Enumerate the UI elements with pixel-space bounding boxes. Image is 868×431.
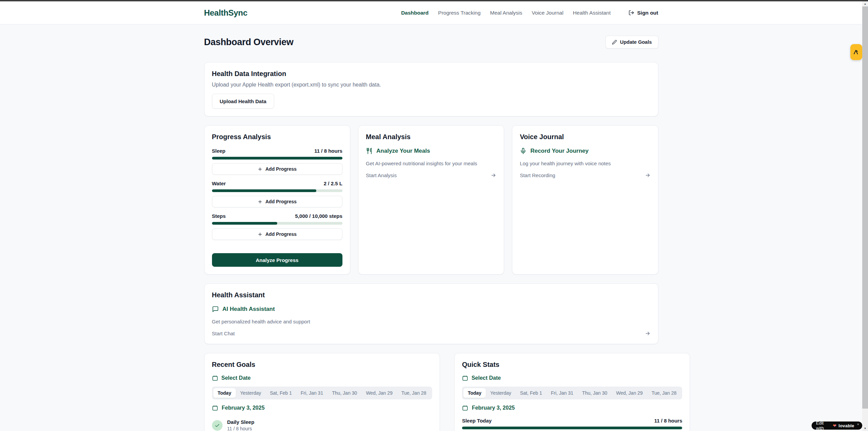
tab-sat-feb-1[interactable]: Sat, Feb 1 bbox=[516, 388, 547, 398]
sleep-today-value: 11 / 8 hours bbox=[654, 418, 683, 424]
tab-fri-jan-31[interactable]: Fri, Jan 31 bbox=[546, 388, 578, 398]
metric-water: Water 2 / 2.5 L Add Progress bbox=[212, 181, 342, 207]
ai-health-assistant-link[interactable]: AI Health Assistant bbox=[212, 306, 651, 313]
tab-tue-jan-28[interactable]: Tue, Jan 28 bbox=[397, 388, 430, 398]
start-analysis-action[interactable]: Start Analysis bbox=[366, 172, 496, 178]
main-content: Dashboard Overview Update Goals Health D… bbox=[204, 24, 658, 431]
goal-value: 11 / 8 hours bbox=[227, 426, 254, 431]
metric-sleep-today: Sleep Today 11 / 8 hours Add Progress bbox=[462, 418, 682, 431]
water-progress-bar bbox=[212, 189, 342, 192]
brand-logo[interactable]: HealthSync bbox=[204, 8, 248, 18]
nav-health-assistant[interactable]: Health Assistant bbox=[573, 10, 610, 16]
tab-thu-jan-30[interactable]: Thu, Jan 30 bbox=[578, 388, 612, 398]
integration-title: Health Data Integration bbox=[212, 70, 651, 78]
metric-sleep-label: Sleep bbox=[212, 148, 226, 154]
progress-analysis-card: Progress Analysis Sleep 11 / 8 hours Add… bbox=[204, 125, 350, 275]
metric-sleep: Sleep 11 / 8 hours Add Progress bbox=[212, 148, 342, 175]
tab-fri-jan-31[interactable]: Fri, Jan 31 bbox=[296, 388, 327, 398]
meal-description: Get AI-powered nutritional insights for … bbox=[366, 161, 496, 166]
nav-progress-tracking[interactable]: Progress Tracking bbox=[438, 10, 481, 16]
badge-close-icon[interactable]: × bbox=[857, 422, 859, 426]
nav-meal-analysis[interactable]: Meal Analysis bbox=[490, 10, 522, 16]
metric-steps-label: Steps bbox=[212, 213, 226, 219]
quick-stats-card: Quick Stats Select Date Today Yesterday … bbox=[454, 353, 690, 431]
integration-description: Upload your Apple Health export (export.… bbox=[212, 82, 651, 88]
plus-icon bbox=[258, 232, 263, 237]
edit-with-lovable-badge[interactable]: Edit with ❤ lovable × bbox=[812, 421, 862, 430]
record-your-journey-link[interactable]: Record Your Journey bbox=[520, 148, 650, 154]
progress-title: Progress Analysis bbox=[212, 133, 342, 141]
calendar-icon bbox=[462, 405, 468, 411]
sign-out-button[interactable]: Sign out bbox=[628, 10, 658, 16]
selected-date[interactable]: February 3, 2025 bbox=[212, 405, 432, 411]
update-goals-label: Update Goals bbox=[620, 39, 652, 45]
calendar-icon bbox=[212, 405, 218, 411]
assistant-description: Get personalized health advice and suppo… bbox=[212, 319, 651, 324]
arrow-right-icon bbox=[645, 331, 651, 336]
steps-progress-bar bbox=[212, 222, 342, 225]
metric-water-label: Water bbox=[212, 181, 226, 186]
health-assistant-card: Health Assistant AI Health Assistant Get… bbox=[204, 283, 658, 344]
nav-dashboard[interactable]: Dashboard bbox=[401, 10, 429, 16]
metric-sleep-value: 11 / 8 hours bbox=[314, 148, 342, 154]
analyze-progress-button[interactable]: Analyze Progress bbox=[212, 253, 342, 267]
nav-voice-journal[interactable]: Voice Journal bbox=[532, 10, 563, 16]
assistant-title: Health Assistant bbox=[212, 291, 651, 299]
calendar-icon bbox=[462, 375, 468, 381]
scrollbar-thumb[interactable] bbox=[862, 6, 868, 409]
tab-yesterday[interactable]: Yesterday bbox=[236, 388, 266, 398]
heart-icon: ❤ bbox=[833, 423, 836, 428]
tab-sat-feb-1[interactable]: Sat, Feb 1 bbox=[265, 388, 296, 398]
quick-stats-title: Quick Stats bbox=[462, 361, 682, 369]
lovable-fab-button[interactable] bbox=[850, 44, 862, 60]
start-chat-action[interactable]: Start Chat bbox=[212, 331, 651, 336]
chat-bubble-icon bbox=[212, 306, 219, 313]
tab-thu-jan-30[interactable]: Thu, Jan 30 bbox=[327, 388, 361, 398]
window-top-edge bbox=[0, 0, 868, 1]
start-recording-action[interactable]: Start Recording bbox=[520, 172, 650, 178]
tab-tue-jan-28[interactable]: Tue, Jan 28 bbox=[647, 388, 681, 398]
top-navbar: HealthSync Dashboard Progress Tracking M… bbox=[0, 1, 862, 24]
add-progress-sleep-button[interactable]: Add Progress bbox=[212, 163, 342, 175]
select-date-button[interactable]: Select Date bbox=[462, 375, 682, 381]
plus-icon bbox=[258, 199, 263, 204]
metric-steps: Steps 5,000 / 10,000 steps Add Progress bbox=[212, 213, 342, 240]
vertical-scrollbar[interactable]: ▲ ▼ bbox=[862, 1, 868, 431]
upload-health-data-button[interactable]: Upload Health Data bbox=[212, 94, 274, 109]
sign-out-label: Sign out bbox=[637, 10, 658, 16]
sleep-today-label: Sleep Today bbox=[462, 418, 492, 424]
sleep-progress-bar bbox=[212, 157, 342, 160]
tab-today[interactable]: Today bbox=[463, 388, 486, 398]
page-title: Dashboard Overview bbox=[204, 37, 294, 48]
add-progress-water-button[interactable]: Add Progress bbox=[212, 196, 342, 207]
add-progress-steps-button[interactable]: Add Progress bbox=[212, 228, 342, 240]
check-circle-icon bbox=[212, 420, 223, 431]
scroll-down-button[interactable]: ▼ bbox=[862, 426, 868, 431]
recent-goals-title: Recent Goals bbox=[212, 361, 432, 369]
microphone-icon bbox=[520, 148, 527, 154]
recent-goals-card: Recent Goals Select Date Today Yesterday… bbox=[204, 353, 440, 431]
scroll-up-button[interactable]: ▲ bbox=[862, 1, 868, 6]
arrow-right-icon bbox=[491, 172, 496, 178]
tab-wed-jan-29[interactable]: Wed, Jan 29 bbox=[612, 388, 647, 398]
utensils-icon bbox=[366, 148, 373, 154]
analyze-your-meals-link[interactable]: Analyze Your Meals bbox=[366, 148, 496, 154]
update-goals-button[interactable]: Update Goals bbox=[605, 36, 658, 49]
goal-item-daily-sleep: Daily Sleep 11 / 8 hours bbox=[212, 419, 432, 431]
lovable-logo-icon bbox=[853, 49, 860, 55]
select-date-button[interactable]: Select Date bbox=[212, 375, 432, 381]
voice-title: Voice Journal bbox=[520, 133, 650, 141]
pencil-icon bbox=[612, 40, 617, 45]
sleep-today-progress-bar bbox=[462, 427, 682, 429]
goal-name: Daily Sleep bbox=[227, 419, 254, 425]
primary-nav: Dashboard Progress Tracking Meal Analysi… bbox=[401, 10, 658, 16]
tab-wed-jan-29[interactable]: Wed, Jan 29 bbox=[361, 388, 397, 398]
tab-yesterday[interactable]: Yesterday bbox=[486, 388, 516, 398]
voice-journal-card: Voice Journal Record Your Journey Log yo… bbox=[512, 125, 658, 275]
tab-today[interactable]: Today bbox=[213, 388, 236, 398]
voice-description: Log your health journey with voice notes bbox=[520, 161, 650, 166]
app-viewport: HealthSync Dashboard Progress Tracking M… bbox=[0, 1, 862, 431]
selected-date[interactable]: February 3, 2025 bbox=[462, 405, 682, 411]
calendar-icon bbox=[212, 375, 218, 381]
meal-analysis-card: Meal Analysis Analyze Your Meals Get AI-… bbox=[358, 125, 504, 275]
